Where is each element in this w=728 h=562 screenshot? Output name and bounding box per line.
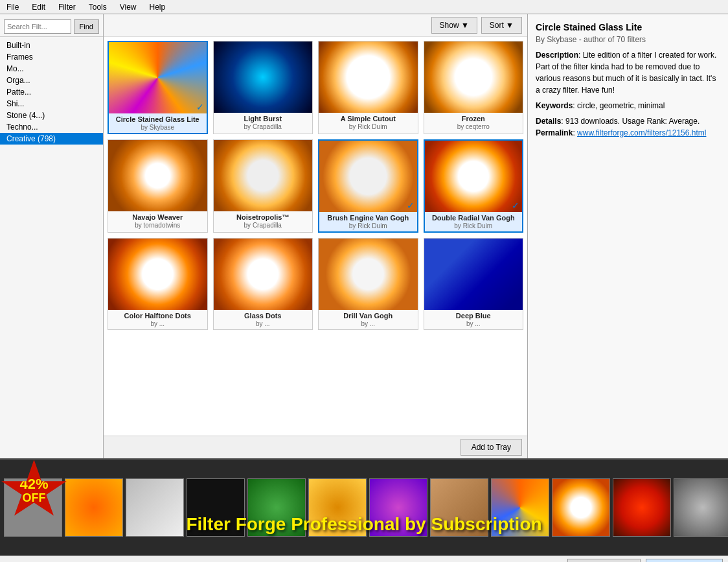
- keywords-text: circle, geometric, minimal: [577, 101, 665, 110]
- send-to-filter-forge-button[interactable]: Send to Filter Forge: [646, 559, 723, 563]
- tray-item[interactable]: [247, 478, 306, 537]
- tray-item[interactable]: [674, 478, 728, 537]
- tray-item[interactable]: [126, 478, 184, 537]
- panel-keywords: Keywords: circle, geometric, minimal: [536, 100, 720, 111]
- sidebar-item-creative[interactable]: Creative (798): [0, 133, 103, 145]
- panel-details: Details: 913 downloads. Usage Rank: Aver…: [536, 115, 720, 139]
- menu-view[interactable]: View: [116, 1, 141, 13]
- add-tray-bar: Add to Tray: [104, 436, 527, 458]
- tray-item[interactable]: [613, 478, 671, 537]
- filter-item[interactable]: Noisetropolis™by Crapadilla: [213, 139, 313, 233]
- tray-area: Filter Forge Professional by Subscriptio…: [0, 458, 728, 556]
- filter-grid-area: Show ▼ Sort ▼ Circle Stained Glass Liteb…: [104, 14, 527, 458]
- remove-from-tray-button[interactable]: Remove from Tray: [567, 559, 640, 563]
- filter-item[interactable]: Glass Dotsby ...: [213, 238, 313, 330]
- tray-item[interactable]: [4, 478, 62, 537]
- menu-tools[interactable]: Tools: [85, 1, 111, 13]
- permalink-label: Permalink: [536, 128, 573, 137]
- bottom-bar: Claim discount at https://www.votedcoupo…: [0, 556, 728, 562]
- filter-item[interactable]: Navajo Weaverby tornadotwins: [108, 139, 208, 233]
- details-label: Details: [536, 117, 561, 126]
- filter-item[interactable]: Circle Stained Glass Liteby Skybase✓: [108, 41, 208, 134]
- tray-item[interactable]: [552, 478, 610, 537]
- filter-item[interactable]: Frozenby ceqterro: [424, 41, 524, 134]
- panel-description: Description: Lite edition of a filter I …: [536, 49, 720, 96]
- sidebar: Find Built-in Frames Mo... Orga... Patte…: [0, 14, 104, 458]
- right-panel: Circle Stained Glass Lite By Skybase - a…: [527, 14, 728, 458]
- filter-item[interactable]: Drill Van Goghby ...: [318, 238, 418, 330]
- tray-item[interactable]: [491, 478, 549, 537]
- grid-toolbar: Show ▼ Sort ▼: [104, 14, 527, 37]
- sidebar-item-techno[interactable]: Techno...: [0, 121, 103, 133]
- filter-item[interactable]: Light Burstby Crapadilla: [213, 41, 313, 134]
- menu-help[interactable]: Help: [146, 1, 170, 13]
- tray-scroll[interactable]: [0, 460, 728, 556]
- details-text: 913 downloads. Usage Rank: Average.: [565, 117, 700, 126]
- filter-item[interactable]: Deep Blueby ...: [424, 238, 524, 330]
- filter-item[interactable]: Double Radial Van Goghby Rick Duim✓: [424, 139, 524, 233]
- filter-item[interactable]: Color Halftone Dotsby ...: [108, 238, 208, 330]
- menu-edit[interactable]: Edit: [28, 1, 49, 13]
- search-input[interactable]: [4, 19, 71, 34]
- description-label: Description: [536, 51, 578, 60]
- find-button[interactable]: Find: [74, 19, 99, 34]
- sidebar-item-orga[interactable]: Orga...: [0, 75, 103, 86]
- filter-item[interactable]: Brush Engine Van Goghby Rick Duim✓: [318, 139, 418, 233]
- sidebar-item-builtin[interactable]: Built-in: [0, 40, 103, 51]
- add-to-tray-button[interactable]: Add to Tray: [461, 439, 522, 456]
- permalink-link[interactable]: www.filterforge.com/filters/12156.html: [577, 128, 706, 137]
- sidebar-item-shi[interactable]: Shi...: [0, 98, 103, 110]
- panel-title: Circle Stained Glass Lite: [536, 22, 720, 32]
- menubar: File Edit Filter Tools View Help: [0, 0, 728, 14]
- sidebar-item-patte[interactable]: Patte...: [0, 86, 103, 98]
- filter-item[interactable]: A Simple Cutoutby Rick Duim: [318, 41, 418, 134]
- tray-item[interactable]: [369, 478, 427, 537]
- tray-item[interactable]: [308, 478, 367, 537]
- sort-button[interactable]: Sort ▼: [481, 17, 522, 34]
- show-button[interactable]: Show ▼: [431, 17, 477, 34]
- sidebar-item-frames[interactable]: Frames: [0, 51, 103, 63]
- search-bar: Find: [0, 17, 103, 37]
- tray-item[interactable]: [187, 478, 245, 537]
- sidebar-item-mo[interactable]: Mo...: [0, 63, 103, 75]
- tray-item[interactable]: [65, 478, 123, 537]
- menu-file[interactable]: File: [3, 1, 23, 13]
- filter-grid: Circle Stained Glass Liteby Skybase✓Ligh…: [108, 41, 523, 330]
- panel-author: By Skybase - author of 70 filters: [536, 35, 720, 44]
- sidebar-item-stone[interactable]: Stone (4...): [0, 110, 103, 121]
- tray-item[interactable]: [430, 478, 488, 537]
- filter-grid-scroll[interactable]: Circle Stained Glass Liteby Skybase✓Ligh…: [104, 37, 527, 436]
- menu-filter[interactable]: Filter: [54, 1, 80, 13]
- keywords-label: Keywords: [536, 101, 573, 110]
